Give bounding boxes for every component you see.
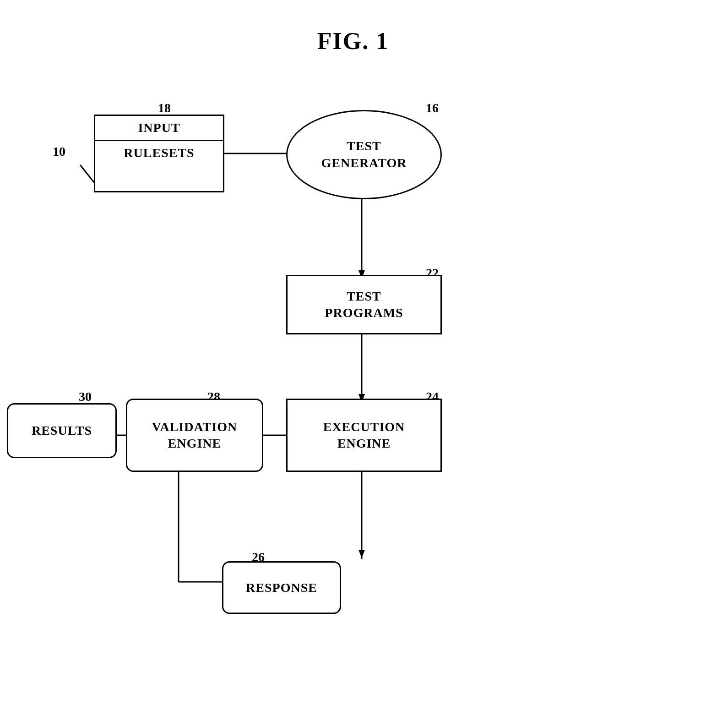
ref-10-label: 10 [53, 144, 65, 159]
validation-engine-node: VALIDATIONENGINE [126, 399, 263, 472]
test-programs-node: TESTPROGRAMS [286, 275, 442, 334]
ref-30-label: 30 [79, 389, 92, 404]
svg-marker-11 [358, 550, 365, 558]
results-node: RESULTS [7, 403, 117, 458]
response-node: RESPONSE [222, 561, 341, 614]
results-label: RESULTS [32, 423, 92, 438]
ref-16-label: 16 [426, 101, 439, 115]
validation-engine-label: VALIDATIONENGINE [152, 419, 237, 452]
test-generator-node: TESTGENERATOR [286, 110, 442, 199]
response-label: RESPONSE [246, 580, 317, 595]
rulesets-label: RULESETS [95, 141, 223, 165]
ref-18-label: 18 [158, 101, 171, 115]
execution-engine-label: EXECUTIONENGINE [323, 419, 405, 452]
input-rulesets-node: INPUT RULESETS [94, 115, 224, 192]
test-generator-label: TESTGENERATOR [321, 138, 407, 171]
test-programs-label: TESTPROGRAMS [325, 288, 403, 322]
execution-engine-node: EXECUTIONENGINE [286, 399, 442, 472]
page-title: FIG. 1 [0, 0, 706, 55]
diagram-container: 10 18 INPUT RULESETS 16 TESTGENERATOR 22… [27, 73, 678, 706]
input-label: INPUT [95, 116, 223, 141]
